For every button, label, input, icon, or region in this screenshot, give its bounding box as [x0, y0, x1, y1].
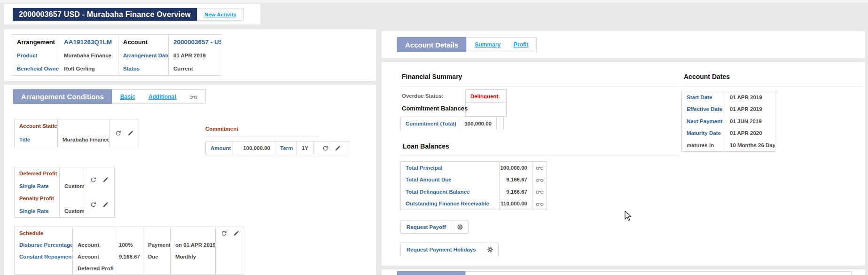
gear-icon[interactable] [452, 220, 468, 233]
constant-repayment-label: Constant Repayment [15, 251, 73, 262]
balance-detail-cell [532, 186, 547, 197]
tab-profit[interactable]: Profit [514, 41, 528, 48]
commitment-total-value: 100,000.00 [459, 117, 497, 130]
divider [400, 86, 679, 86]
edit-pencil-icon[interactable] [233, 230, 239, 236]
empty-cell [58, 119, 109, 133]
commitment-total-label: Commitment (Total) [401, 117, 459, 130]
arrangement-conditions-card: Arrangement Conditions Basic Additional … [4, 85, 376, 275]
next-payment-label: Next Payment [682, 115, 725, 127]
title-value: Murabaha Finance [58, 133, 109, 147]
outstanding-finance-receivable-value: 110,000.00 [500, 197, 532, 210]
page-title: 2000003657 USD - Murabaha Finance Overvi… [13, 8, 197, 21]
title-card: 2000003657 USD - Murabaha Finance Overvi… [4, 4, 260, 24]
balance-detail-cell [532, 162, 547, 173]
refresh-icon[interactable] [221, 230, 227, 236]
edit-pencil-icon[interactable] [335, 145, 341, 151]
penalty-profit-group: Penalty Profit [15, 192, 60, 204]
mouse-cursor [624, 211, 633, 224]
arrangement-conditions-tabs: Basic Additional [112, 89, 206, 104]
edit-pencil-icon[interactable] [102, 177, 109, 183]
request-payment-holidays-label: Request Payment Holidays [401, 243, 482, 256]
term-label: Term [275, 141, 297, 155]
edit-pencil-icon[interactable] [127, 130, 133, 136]
total-principal-label: Total Principal [401, 162, 500, 173]
request-payoff-label: Request Payoff [401, 220, 452, 233]
refresh-icon[interactable] [90, 177, 96, 183]
overdue-status-label: Overdue Status: [402, 93, 444, 99]
deferred-single-rate-value: Custom [60, 180, 84, 192]
edit-pencil-icon[interactable] [102, 202, 109, 208]
refresh-icon[interactable] [90, 202, 96, 208]
deferred-profit-group: Deferred Profit [15, 167, 60, 180]
overdue-status-box: Delinquent. [465, 89, 507, 117]
empty-cell [497, 117, 506, 130]
binoculars-icon[interactable] [536, 165, 544, 170]
maturity-date-value: 01 APR 2020 [725, 127, 775, 139]
schedule-cell: Monthly [171, 251, 216, 262]
schedule-cell: Payment [143, 239, 171, 251]
account-static-table: Account Static Title Murabaha Finance [14, 119, 139, 147]
new-activity-link[interactable]: New Activity [204, 12, 236, 17]
schedule-cell: 100% [114, 239, 143, 251]
commitment-table: Amount 100,000.00 Term 1Y [205, 141, 349, 155]
request-payoff-button[interactable]: Request Payoff [400, 220, 469, 234]
account-details-tabs: Summary Profit [466, 37, 537, 52]
product-label: Product [12, 49, 59, 62]
commitment-group-label: Commitment [205, 126, 238, 132]
status-label: Status [118, 62, 169, 75]
next-section-title-box [397, 271, 465, 275]
outstanding-finance-receivable-label: Outstanding Finance Receivable [401, 197, 500, 210]
refresh-icon[interactable] [322, 145, 328, 151]
divider [681, 86, 862, 86]
refresh-icon[interactable] [115, 130, 121, 136]
next-section-tabs-box [465, 271, 852, 275]
schedule-cell: Account [73, 239, 114, 251]
schedule-cell: Account [73, 251, 114, 262]
next-section-card [382, 269, 865, 275]
tab-summary[interactable]: Summary [475, 41, 500, 48]
arrangement-id[interactable]: AA191263Q1LM [59, 35, 118, 49]
schedule-cell: Deferred Profit [73, 262, 114, 274]
arrangement-date-label: Arrangement Date [118, 49, 169, 62]
profit-conditions-table: Deferred Profit Single Rate Custom Penal… [14, 167, 115, 218]
total-amount-due-value: 9,166.67 [500, 173, 532, 186]
empty-cell [60, 192, 84, 204]
empty-cell [466, 103, 506, 116]
account-id[interactable]: 2000003657 - USD [169, 35, 221, 49]
start-date-label: Start Date [682, 91, 725, 103]
gear-icon[interactable] [482, 243, 498, 256]
penalty-profit-actions [84, 192, 114, 217]
beneficial-owner-value: Rolf Gerling [59, 62, 118, 75]
schedule-cell: Due [143, 251, 171, 262]
account-label: Account [118, 35, 169, 49]
new-activity-box: New Activity [197, 8, 244, 21]
tab-additional[interactable]: Additional [149, 94, 176, 100]
binoculars-icon[interactable] [536, 189, 544, 194]
title-label: Title [15, 133, 58, 147]
schedule-cell: 9,166.67 [114, 251, 143, 262]
binoculars-icon[interactable] [536, 201, 544, 206]
total-amount-due-label: Total Amount Due [401, 173, 500, 186]
tab-basic[interactable]: Basic [120, 94, 135, 100]
amount-label: Amount [206, 141, 233, 155]
maturity-date-label: Maturity Date [682, 127, 725, 139]
empty-cell [171, 227, 216, 239]
binoculars-icon[interactable] [536, 177, 544, 182]
arrangement-summary-table: Arrangement AA191263Q1LM Account 2000003… [12, 34, 221, 76]
account-details-header: Account Details Summary Profit [397, 37, 537, 52]
beneficial-owner-label: Beneficial Owner [12, 62, 59, 75]
account-details-title: Account Details [397, 37, 466, 52]
empty-cell [114, 227, 143, 239]
empty-cell [73, 227, 114, 239]
request-payment-holidays-button[interactable]: Request Payment Holidays [400, 243, 499, 256]
penalty-single-rate-label: Single Rate [15, 204, 60, 217]
binoculars-icon[interactable] [189, 94, 197, 99]
arrangement-conditions-header: Arrangement Conditions Basic Additional [13, 89, 206, 104]
status-value: Current [169, 62, 221, 75]
arrangement-date-value: 01 APR 2019 [169, 49, 221, 62]
divider [400, 156, 679, 156]
start-date-value: 01 APR 2019 [725, 91, 775, 103]
disburse-percentage-label: Disburse Percentage [15, 239, 73, 251]
account-dates-table: Start Date 01 APR 2019 Effective Date 01… [681, 91, 775, 152]
